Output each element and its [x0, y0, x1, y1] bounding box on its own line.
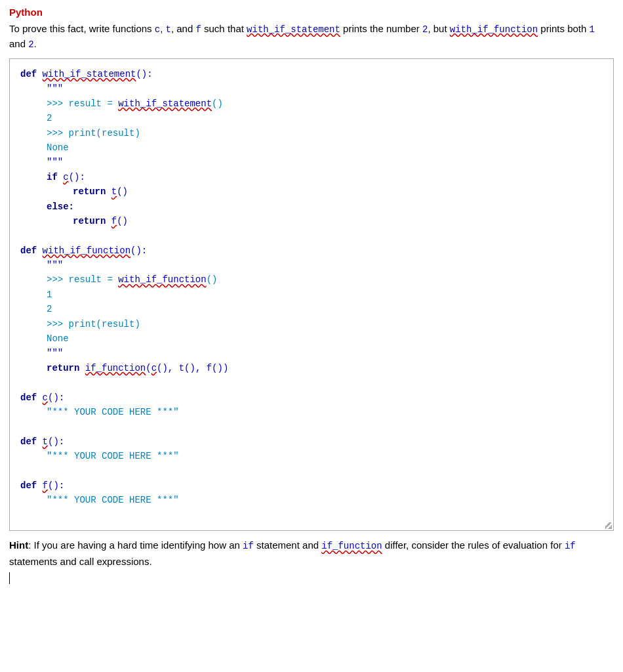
- fn-c-call: (): [157, 363, 168, 373]
- output-1: 1: [47, 289, 52, 300]
- code-line-def-t: def t():: [20, 434, 603, 449]
- fn-with-if-statement: with_if_statement: [43, 69, 136, 79]
- fn-parens2: ():: [131, 245, 147, 256]
- hint-if-function-inline: if_function: [321, 541, 382, 551]
- fn-c-def-parens: ():: [48, 392, 64, 403]
- code-line-docclose1: """: [20, 155, 603, 169]
- code-line-blank4: [20, 464, 603, 478]
- intro-period: .: [34, 38, 37, 49]
- fn-comma1: ,: [168, 363, 179, 373]
- code-line-none2: None: [20, 331, 603, 346]
- code-line-none1: None: [20, 140, 603, 155]
- kw-return-t: return: [73, 186, 111, 197]
- intro-num1: 1: [590, 24, 595, 35]
- code-line-code-here-c: "*** YOUR CODE HERE ***": [20, 405, 603, 419]
- code-line-blank2: [20, 375, 603, 390]
- code-here-f-text: "*** YOUR CODE HERE ***": [47, 495, 179, 505]
- fn-t-parens: (): [117, 186, 128, 197]
- code-here-t-text: "*** YOUR CODE HERE ***": [47, 451, 179, 461]
- code-line-if: if c():: [20, 170, 603, 184]
- code-line-output2: 2: [20, 111, 603, 125]
- doctest4-text: >>> print(result): [47, 319, 140, 329]
- fn-t-def: t: [43, 436, 48, 447]
- header-language: Python: [9, 7, 614, 18]
- fn-if-function: if_function: [85, 363, 146, 373]
- kw-return-f: return: [73, 216, 111, 226]
- code-editor[interactable]: def with_if_statement(): """ >>> result …: [9, 58, 614, 531]
- code-line-doctest1: >>> result = with_if_statement(): [20, 96, 603, 111]
- code-line-blank3: [20, 419, 603, 434]
- fn-with-if-function: with_if_function: [43, 245, 131, 256]
- code-line-docclose2: """: [20, 346, 603, 360]
- docstring-close2: """: [47, 348, 63, 358]
- resize-handle[interactable]: [605, 522, 612, 529]
- code-line-def-f: def f():: [20, 478, 603, 493]
- code-line-def1: def with_if_statement():: [20, 67, 603, 81]
- intro-t: t: [166, 24, 171, 35]
- fn-c-arg: c: [151, 363, 157, 373]
- code-line-return-if: return if_function(c(), t(), f()): [20, 361, 603, 375]
- doctest1-fn: with_if_statement: [118, 98, 212, 109]
- fn-f-call: f()): [207, 363, 229, 373]
- fn-c-def: c: [43, 392, 48, 403]
- doctest2-text: >>> print(result): [47, 128, 140, 138]
- fn-t-call: t(): [179, 363, 195, 373]
- fn-t: t: [111, 186, 117, 197]
- hint-if-inline: if: [243, 541, 254, 551]
- hint-bold: Hint: [9, 539, 28, 551]
- kw-def1: def: [20, 69, 43, 79]
- docstring-open2: """: [47, 260, 63, 270]
- kw-def-c: def: [20, 392, 43, 403]
- intro-c: c: [155, 24, 160, 35]
- code-line-doctest3: >>> result = with_if_function(): [20, 272, 603, 287]
- code-line-return-f: return f(): [20, 214, 603, 228]
- intro-text-but: , but: [428, 23, 449, 34]
- code-line-doctest4: >>> print(result): [20, 317, 603, 331]
- fn-f-def-parens: ():: [48, 480, 64, 491]
- fn-t-def-parens: ():: [48, 436, 64, 447]
- output-2b: 2: [47, 304, 52, 314]
- fn-f-def: f: [43, 480, 48, 491]
- kw-else: else:: [47, 201, 74, 212]
- intro-text-end: prints both: [538, 23, 589, 34]
- docstring-open1: """: [47, 83, 63, 94]
- kw-return-if: return: [47, 363, 85, 373]
- fn-if-function-args: (: [146, 363, 151, 373]
- intro-f: f: [195, 24, 201, 35]
- hint-text1: : If you are having a hard time identify…: [28, 539, 243, 551]
- intro-text-prints: prints the number: [340, 23, 422, 34]
- fn-f-parens: (): [117, 216, 128, 226]
- intro-text-middle: such that: [201, 23, 247, 34]
- intro-with-if-statement: with_if_statement: [247, 24, 340, 35]
- fn-parens1: ():: [136, 69, 152, 79]
- none-2: None: [47, 333, 69, 344]
- kw-if: if: [47, 172, 63, 182]
- hint-section: Hint: If you are having a hard time iden…: [9, 537, 614, 569]
- page-container: Python To prove this fact, write functio…: [9, 7, 614, 584]
- code-line-blank1: [20, 228, 603, 243]
- code-line-blank5: [20, 508, 603, 522]
- none-1: None: [47, 142, 69, 153]
- code-line-docopen2: """: [20, 258, 603, 272]
- fn-comma2: ,: [195, 363, 207, 373]
- intro-num2b: 2: [28, 39, 33, 50]
- code-line-code-here-t: "*** YOUR CODE HERE ***": [20, 449, 603, 463]
- code-line-doctest2: >>> print(result): [20, 126, 603, 140]
- cursor: [9, 572, 10, 584]
- hint-if-inline2: if: [565, 541, 576, 551]
- code-line-code-here-f: "*** YOUR CODE HERE ***": [20, 493, 603, 507]
- intro-paragraph: To prove this fact, write functions c, t…: [9, 22, 614, 52]
- doctest1-prompt: >>> result =: [47, 98, 118, 109]
- fn-c-if: c: [63, 172, 68, 182]
- output-2: 2: [47, 113, 52, 123]
- code-here-c-text: "*** YOUR CODE HERE ***": [47, 407, 179, 417]
- intro-text-before: To prove this fact, write functions: [9, 23, 155, 34]
- code-line-def2: def with_if_function():: [20, 243, 603, 258]
- code-line-return-t: return t(): [20, 184, 603, 199]
- intro-text-and: and: [9, 38, 28, 49]
- kw-def2: def: [20, 245, 43, 256]
- code-line-output2b: 2: [20, 302, 603, 316]
- kw-def-t: def: [20, 436, 43, 447]
- fn-f: f: [111, 216, 117, 226]
- hint-text3: differ, consider the rules of evaluation…: [382, 539, 565, 551]
